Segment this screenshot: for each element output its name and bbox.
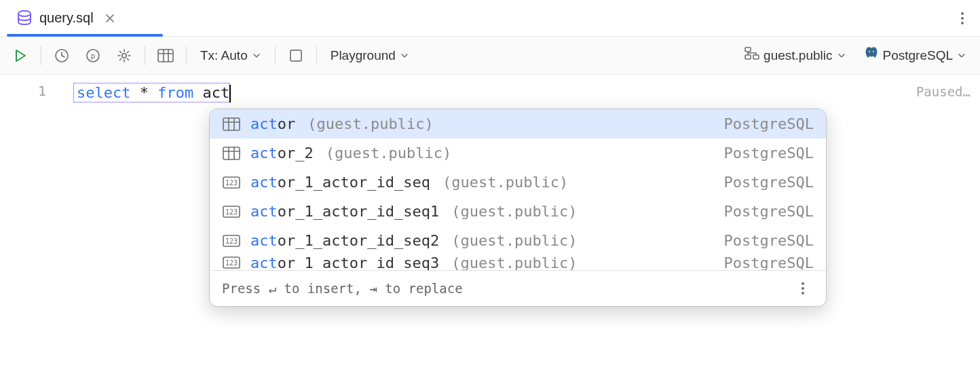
schema-icon <box>745 47 759 64</box>
svg-point-1 <box>961 12 964 15</box>
autocomplete-item[interactable]: 123actor_1_actor_id_seq2(guest.public)Po… <box>210 226 826 255</box>
active-tab-indicator <box>7 34 163 37</box>
chevron-down-icon <box>837 51 846 60</box>
autocomplete-hint: Press ↵ to insert, ⇥ to replace <box>222 281 463 296</box>
completion-source: PostgreSQL <box>724 174 814 191</box>
completion-name: actor_2 <box>250 145 314 162</box>
tab-bar: query.sql <box>0 0 980 37</box>
svg-point-25 <box>802 287 804 290</box>
completion-location: (guest.public) <box>451 255 577 270</box>
sequence-icon: 123 <box>222 204 241 219</box>
tab-title: query.sql <box>39 10 94 26</box>
completion-location: (guest.public) <box>451 203 577 220</box>
svg-point-3 <box>961 22 964 24</box>
paused-indicator: Paused… <box>916 84 970 99</box>
completion-location: (guest.public) <box>307 115 433 132</box>
svg-rect-15 <box>223 147 240 159</box>
gutter: 1 <box>0 75 73 380</box>
autocomplete-popup: actor(guest.public)PostgreSQLactor_2(gue… <box>209 109 827 307</box>
autocomplete-list[interactable]: actor(guest.public)PostgreSQLactor_2(gue… <box>210 109 826 270</box>
completion-name: actor_1_actor_id_seq <box>250 174 430 191</box>
svg-text:123: 123 <box>225 179 238 187</box>
toolbar: p Tx: Auto Playground guest.public <box>0 37 980 75</box>
completion-name: actor <box>250 115 295 132</box>
datasource-dropdown[interactable]: PostgreSQL <box>860 43 971 67</box>
autocomplete-item[interactable]: actor_2(guest.public)PostgreSQL <box>210 138 826 168</box>
svg-point-2 <box>961 17 964 20</box>
completion-source: PostgreSQL <box>724 203 814 220</box>
svg-text:123: 123 <box>225 259 238 267</box>
svg-rect-10 <box>753 55 759 59</box>
datasource-label: PostgreSQL <box>883 48 954 63</box>
schema-label: guest.public <box>764 48 832 63</box>
completion-name: actor_1_actor_id_seq3 <box>250 255 439 270</box>
completion-location: (guest.public) <box>442 174 568 191</box>
postgresql-icon <box>864 46 879 64</box>
completion-source: PostgreSQL <box>724 145 814 162</box>
chevron-down-icon <box>400 51 409 60</box>
code-area[interactable]: select * from act Paused… actor(guest.pu… <box>73 75 980 380</box>
chevron-down-icon <box>957 51 966 60</box>
run-target-dropdown[interactable]: Playground <box>326 45 413 66</box>
autocomplete-item[interactable]: 123actor_1_actor_id_seq3(guest.public)Po… <box>210 255 826 270</box>
schema-dropdown[interactable]: guest.public <box>740 44 850 66</box>
autocomplete-item[interactable]: 123actor_1_actor_id_seq1(guest.public)Po… <box>210 197 826 226</box>
autocomplete-footer: Press ↵ to insert, ⇥ to replace <box>210 270 826 306</box>
svg-text:123: 123 <box>225 238 238 245</box>
completion-location: (guest.public) <box>326 145 451 162</box>
chevron-down-icon <box>252 51 261 60</box>
autocomplete-more-button[interactable] <box>792 278 814 299</box>
svg-point-12 <box>869 51 870 52</box>
svg-point-7 <box>122 53 126 57</box>
text-cursor <box>229 85 231 102</box>
autocomplete-item[interactable]: 123actor_1_actor_id_seq(guest.public)Pos… <box>210 168 826 197</box>
history-button[interactable] <box>51 45 73 66</box>
table-icon <box>222 117 241 132</box>
completion-source: PostgreSQL <box>724 115 814 132</box>
svg-point-0 <box>18 11 31 16</box>
database-icon <box>16 10 33 26</box>
tx-mode-dropdown[interactable]: Tx: Auto <box>196 45 265 66</box>
sequence-icon: 123 <box>222 175 241 190</box>
svg-rect-9 <box>745 48 751 52</box>
tx-label: Tx: Auto <box>200 48 248 63</box>
completion-name: actor_1_actor_id_seq1 <box>250 203 439 220</box>
svg-point-24 <box>802 282 804 285</box>
close-icon[interactable] <box>103 12 117 25</box>
tab-query-sql[interactable]: query.sql <box>7 0 126 36</box>
svg-rect-14 <box>223 118 240 130</box>
line-number: 1 <box>0 83 46 99</box>
svg-point-13 <box>873 51 874 52</box>
run-target-label: Playground <box>331 48 396 63</box>
autocomplete-item[interactable]: actor(guest.public)PostgreSQL <box>210 109 826 138</box>
settings-button[interactable] <box>113 45 135 66</box>
sequence-icon: 123 <box>222 255 241 270</box>
sequence-icon: 123 <box>222 233 241 248</box>
completion-source: PostgreSQL <box>724 232 814 249</box>
stop-button[interactable] <box>285 45 307 66</box>
table-icon <box>222 146 241 161</box>
svg-point-26 <box>802 292 804 294</box>
completion-location: (guest.public) <box>451 232 577 249</box>
svg-text:p: p <box>91 52 96 60</box>
completion-name: actor_1_actor_id_seq2 <box>250 232 439 249</box>
svg-rect-11 <box>745 55 751 59</box>
table-view-button[interactable] <box>155 45 176 66</box>
tabs-more-button[interactable] <box>951 7 973 29</box>
run-button[interactable] <box>10 45 31 66</box>
completion-source: PostgreSQL <box>724 255 814 270</box>
code-line-1: select * from act <box>73 84 231 101</box>
svg-rect-8 <box>158 50 173 62</box>
editor[interactable]: 1 select * from act Paused… actor(guest.… <box>0 75 980 380</box>
svg-text:123: 123 <box>225 208 238 216</box>
explain-plan-button[interactable]: p <box>82 45 104 66</box>
